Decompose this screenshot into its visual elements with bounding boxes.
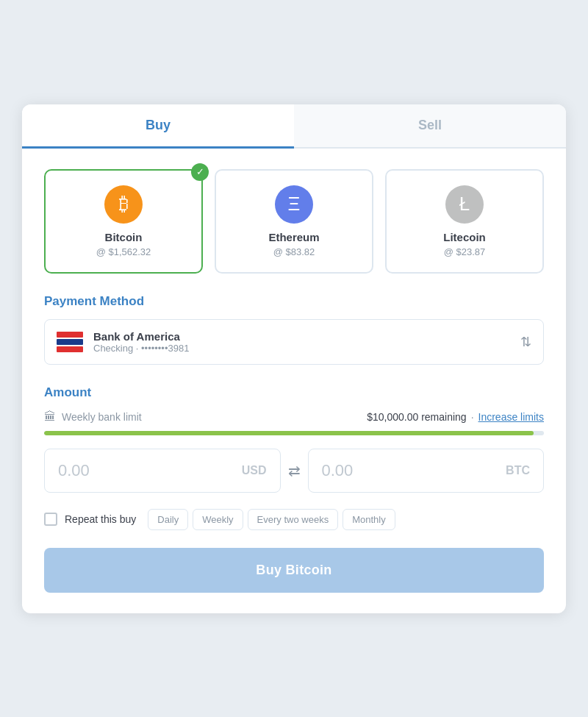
eth-icon: Ξ <box>275 185 313 224</box>
main-card: Buy Sell ✓ ₿ Bitcoin @ $1,562.32 Ξ Ether… <box>22 104 566 613</box>
chevron-updown-icon: ⇅ <box>520 334 531 350</box>
tab-buy[interactable]: Buy <box>22 104 294 149</box>
tab-bar: Buy Sell <box>22 104 566 149</box>
content-area: ✓ ₿ Bitcoin @ $1,562.32 Ξ Ethereum @ $83… <box>22 149 566 613</box>
payment-method-label: Payment Method <box>44 294 544 309</box>
usd-currency-label: USD <box>242 464 267 477</box>
btc-price: @ $1,562.32 <box>57 246 190 257</box>
bank-name: Bank of America <box>93 330 520 343</box>
btc-name: Bitcoin <box>57 231 190 243</box>
amount-inputs-row: 0.00 USD ⇄ 0.00 BTC <box>44 449 544 493</box>
payment-method-selector[interactable]: Bank of America Checking · ••••••••3981 … <box>44 319 544 365</box>
crypto-grid: ✓ ₿ Bitcoin @ $1,562.32 Ξ Ethereum @ $83… <box>44 169 544 274</box>
limit-value: $10,000.00 remaining <box>367 411 466 423</box>
repeat-options: Daily Weekly Every two weeks Monthly <box>148 509 395 530</box>
btc-icon: ₿ <box>104 185 143 224</box>
bank-limit-icon: 🏛 <box>44 410 56 424</box>
progress-fill <box>44 431 534 435</box>
repeat-label: Repeat this buy <box>65 513 136 525</box>
usd-amount-value[interactable]: 0.00 <box>58 461 242 480</box>
limit-row: 🏛 Weekly bank limit $10,000.00 remaining… <box>44 410 544 424</box>
eth-name: Ethereum <box>228 231 360 243</box>
repeat-checkbox[interactable] <box>44 513 57 526</box>
limit-progress-bar <box>44 431 544 435</box>
buy-button[interactable]: Buy Bitcoin <box>44 548 544 593</box>
selected-check-icon: ✓ <box>191 163 209 181</box>
bank-of-america-logo <box>57 332 83 352</box>
ltc-price: @ $23.87 <box>398 246 531 257</box>
limit-label: Weekly bank limit <box>62 411 367 423</box>
ltc-name: Litecoin <box>398 231 531 243</box>
ltc-icon: Ł <box>445 185 484 224</box>
btc-input-box[interactable]: 0.00 BTC <box>308 449 545 493</box>
tab-sell[interactable]: Sell <box>294 104 566 147</box>
swap-icon[interactable]: ⇄ <box>288 462 301 479</box>
usd-input-box[interactable]: 0.00 USD <box>44 449 281 493</box>
increase-limits-link[interactable]: Increase limits <box>478 411 544 423</box>
repeat-option-daily[interactable]: Daily <box>148 509 188 530</box>
btc-amount-value[interactable]: 0.00 <box>322 461 506 480</box>
crypto-card-eth[interactable]: Ξ Ethereum @ $83.82 <box>215 169 373 274</box>
eth-price: @ $83.82 <box>228 246 360 257</box>
btc-currency-label: BTC <box>506 464 530 477</box>
bank-detail: Checking · ••••••••3981 <box>93 343 520 354</box>
bank-info: Bank of America Checking · ••••••••3981 <box>93 330 520 354</box>
crypto-card-ltc[interactable]: Ł Litecoin @ $23.87 <box>385 169 544 274</box>
repeat-buy-row: Repeat this buy Daily Weekly Every two w… <box>44 509 544 530</box>
amount-section-label: Amount <box>44 385 544 400</box>
limit-separator: · <box>471 411 474 423</box>
crypto-card-btc[interactable]: ✓ ₿ Bitcoin @ $1,562.32 <box>44 169 203 274</box>
repeat-option-biweekly[interactable]: Every two weeks <box>248 509 339 530</box>
repeat-option-monthly[interactable]: Monthly <box>343 509 395 530</box>
repeat-option-weekly[interactable]: Weekly <box>193 509 243 530</box>
